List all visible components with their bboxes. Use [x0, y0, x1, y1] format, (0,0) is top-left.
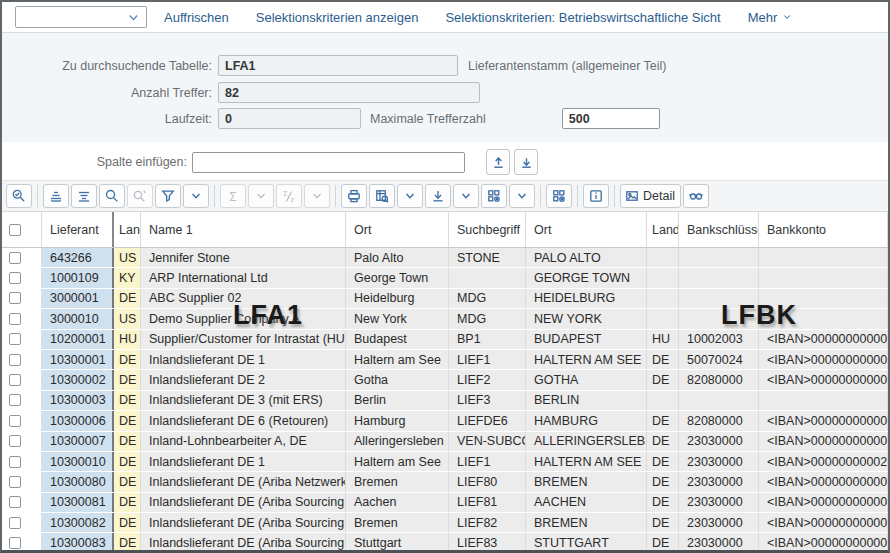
column-header-ort2[interactable]: Ort — [526, 212, 647, 247]
sort-descending-button[interactable] — [71, 184, 97, 208]
cell-name1[interactable]: Supplier/Customer for Intrastat (HU — [141, 330, 346, 349]
cell-bankkonto[interactable] — [759, 248, 888, 267]
cell-ort[interactable]: Stuttgart — [346, 533, 449, 552]
row-checkbox[interactable] — [9, 374, 21, 386]
filter-button[interactable] — [155, 184, 181, 208]
cell-land2[interactable] — [647, 268, 679, 287]
cell-lieferant[interactable]: 10300083 — [42, 533, 114, 552]
cell-land[interactable]: DE — [114, 350, 141, 369]
cell-ort2[interactable]: AACHEN — [526, 493, 647, 512]
cell-ort[interactable]: Berlin — [346, 391, 449, 410]
column-header-ort[interactable]: Ort — [346, 212, 449, 247]
grid-settings-button[interactable] — [481, 184, 507, 208]
download-button[interactable] — [514, 149, 538, 175]
cell-lieferant[interactable]: 10300080 — [42, 472, 114, 491]
cell-ort[interactable]: Palo Alto — [346, 248, 449, 267]
printer-button[interactable] — [341, 184, 367, 208]
chevron-down-button[interactable] — [453, 184, 479, 208]
detail-button[interactable]: Detail — [620, 184, 681, 208]
cell-bankkonto[interactable]: <IBAN>000000000006 — [759, 493, 888, 512]
download-button[interactable] — [425, 184, 451, 208]
cell-name1[interactable]: Jennifer Stone — [141, 248, 346, 267]
cell-bankschluessel[interactable]: 82080000 — [679, 411, 759, 430]
cell-name1[interactable]: Inlandslieferant DE (Ariba Sourcing — [141, 493, 346, 512]
cell-land[interactable]: US — [114, 309, 141, 328]
sort-ascending-button[interactable] — [43, 184, 69, 208]
cell-lieferant[interactable]: 10300002 — [42, 370, 114, 389]
cell-bankschluessel[interactable]: 82080000 — [679, 370, 759, 389]
column-header-land2[interactable]: Land — [647, 212, 679, 247]
cell-ort2[interactable]: PALO ALTO — [526, 248, 647, 267]
cell-ort2[interactable]: HAMBURG — [526, 411, 647, 430]
cell-bankkonto[interactable]: <IBAN>000000000002 — [759, 370, 888, 389]
cell-ort[interactable]: Alleringersleben — [346, 432, 449, 451]
cell-bankkonto[interactable]: <IBAN>000000000001 — [759, 350, 888, 369]
cell-ort2[interactable]: HALTERN AM SEE — [526, 452, 647, 471]
cell-land[interactable]: DE — [114, 493, 141, 512]
cell-ort2[interactable]: HEIDELBURG — [526, 289, 647, 308]
cell-bankkonto[interactable]: <IBAN>000000000009 — [759, 432, 888, 451]
cell-bankkonto[interactable]: <IBAN>000000000007 — [759, 513, 888, 532]
cell-ort[interactable]: George Town — [346, 268, 449, 287]
cell-land[interactable]: DE — [114, 432, 141, 451]
cell-land[interactable]: HU — [114, 330, 141, 349]
cell-suchbegriff[interactable]: MDG — [449, 309, 526, 328]
cell-ort[interactable]: Bremen — [346, 472, 449, 491]
cell-land[interactable]: US — [114, 248, 141, 267]
cell-land2[interactable] — [647, 289, 679, 308]
cell-ort2[interactable]: BREMEN — [526, 472, 647, 491]
row-checkbox[interactable] — [9, 517, 21, 529]
cell-name1[interactable]: Inlandslieferant DE 6 (Retouren) — [141, 411, 346, 430]
cell-land[interactable]: DE — [114, 289, 141, 308]
column-header-lieferant[interactable]: Lieferant — [42, 212, 114, 247]
row-checkbox[interactable] — [9, 252, 21, 264]
magnifier-check-button[interactable] — [6, 184, 32, 208]
cell-name1[interactable]: Inlandslieferant DE (Ariba Sourcing — [141, 533, 346, 552]
table-view-button[interactable] — [369, 184, 395, 208]
cell-ort[interactable]: Heidelburg — [346, 289, 449, 308]
topbar-button-selektionskriterien-betriebswirtschaftliche-sicht[interactable]: Selektionskriterien: Betriebswirtschaftl… — [445, 10, 720, 25]
cell-bankschluessel[interactable] — [679, 268, 759, 287]
cell-ort2[interactable]: BUDAPEST — [526, 330, 647, 349]
cell-bankschluessel[interactable]: 10002003 — [679, 330, 759, 349]
cell-ort2[interactable]: GOTHA — [526, 370, 647, 389]
cell-land2[interactable]: DE — [647, 411, 679, 430]
cell-lieferant[interactable]: 10300081 — [42, 493, 114, 512]
column-insert-input[interactable] — [192, 152, 465, 173]
find-button[interactable] — [99, 184, 125, 208]
upload-button[interactable] — [486, 149, 510, 175]
cell-suchbegriff[interactable]: LIEF83 — [449, 533, 526, 552]
cell-ort2[interactable]: ALLERINGERSLEBEN — [526, 432, 647, 451]
cell-ort[interactable]: Budapest — [346, 330, 449, 349]
topbar-button-selektionskriterien-anzeigen[interactable]: Selektionskriterien anzeigen — [256, 10, 419, 25]
cell-bankschluessel[interactable]: 23030000 — [679, 452, 759, 471]
cell-suchbegriff[interactable]: LIEF2 — [449, 370, 526, 389]
cell-name1[interactable]: Inlandslieferant DE 1 — [141, 452, 346, 471]
row-checkbox[interactable] — [9, 476, 21, 488]
cell-suchbegriff[interactable]: LIEF81 — [449, 493, 526, 512]
cell-land2[interactable] — [647, 309, 679, 328]
cell-land2[interactable]: DE — [647, 472, 679, 491]
cell-ort[interactable]: Haltern am See — [346, 452, 449, 471]
cell-land[interactable]: DE — [114, 533, 141, 552]
cell-ort[interactable]: New York — [346, 309, 449, 328]
cell-name1[interactable]: Inlandslieferant DE 1 — [141, 350, 346, 369]
cell-lieferant[interactable]: 3000001 — [42, 289, 114, 308]
cell-name1[interactable]: Inland-Lohnbearbeiter A, DE — [141, 432, 346, 451]
cell-ort2[interactable]: BERLIN — [526, 391, 647, 410]
cell-lieferant[interactable]: 10300001 — [42, 350, 114, 369]
cell-bankkonto[interactable]: <IBAN>000000000021 — [759, 452, 888, 471]
cell-bankschluessel[interactable]: 23030000 — [679, 513, 759, 532]
cell-land2[interactable]: DE — [647, 493, 679, 512]
cell-suchbegriff[interactable]: LIEF1 — [449, 350, 526, 369]
cell-bankkonto[interactable]: <IBAN>000000000008 — [759, 533, 888, 552]
row-checkbox[interactable] — [9, 415, 21, 427]
table-field-input[interactable] — [218, 55, 458, 76]
cell-land2[interactable] — [647, 248, 679, 267]
cell-bankkonto[interactable]: <IBAN>000000000003 — [759, 411, 888, 430]
cell-land[interactable]: DE — [114, 411, 141, 430]
cell-bankschluessel[interactable] — [679, 391, 759, 410]
row-checkbox[interactable] — [9, 496, 21, 508]
column-header-bankschluessel[interactable]: Bankschlüssel — [679, 212, 759, 247]
cell-bankschluessel[interactable]: 23030000 — [679, 432, 759, 451]
